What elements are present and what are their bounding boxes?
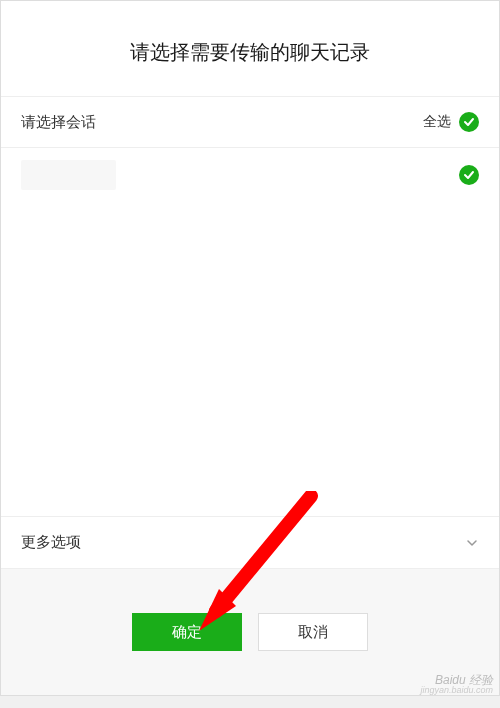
checkmark-icon bbox=[459, 112, 479, 132]
select-all-toggle[interactable]: 全选 bbox=[423, 112, 479, 132]
more-options-toggle[interactable]: 更多选项 bbox=[1, 516, 499, 569]
watermark-sub: jingyan.baidu.com bbox=[420, 686, 493, 695]
conversation-list[interactable] bbox=[1, 148, 499, 516]
cancel-button-label: 取消 bbox=[298, 623, 328, 642]
chat-transfer-dialog: 请选择需要传输的聊天记录 请选择会话 全选 更多选项 确定 取消 bbox=[0, 0, 500, 696]
checkmark-icon[interactable] bbox=[459, 165, 479, 185]
conversation-section-header: 请选择会话 全选 bbox=[1, 96, 499, 148]
dialog-title: 请选择需要传输的聊天记录 bbox=[1, 39, 499, 66]
more-options-label: 更多选项 bbox=[21, 533, 81, 552]
section-title: 请选择会话 bbox=[21, 113, 96, 132]
list-item[interactable] bbox=[1, 148, 499, 202]
confirm-button[interactable]: 确定 bbox=[132, 613, 242, 651]
chevron-down-icon bbox=[465, 536, 479, 550]
dialog-header: 请选择需要传输的聊天记录 bbox=[1, 1, 499, 96]
cancel-button[interactable]: 取消 bbox=[258, 613, 368, 651]
watermark: Baidu 经验 jingyan.baidu.com bbox=[420, 674, 493, 695]
conversation-name-placeholder bbox=[21, 160, 116, 190]
confirm-button-label: 确定 bbox=[172, 623, 202, 642]
select-all-label: 全选 bbox=[423, 113, 451, 131]
